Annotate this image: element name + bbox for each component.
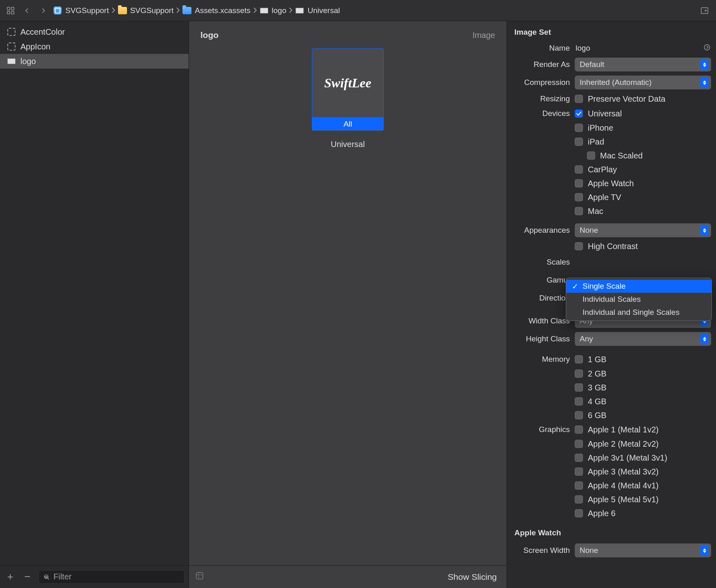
name-input[interactable] — [575, 42, 700, 55]
breadcrumb-label: Assets.xcassets — [195, 6, 250, 15]
list-item-label: logo — [20, 57, 36, 66]
graphics-option: Apple 3v1 (Metal 3v1) — [507, 451, 716, 465]
breadcrumb-item[interactable]: SVGSupport — [118, 6, 174, 15]
color-placeholder-icon — [7, 28, 16, 36]
stepper-icon — [700, 59, 709, 70]
field-label: Scales — [507, 258, 575, 267]
memory-option: 2 GB — [507, 367, 716, 381]
related-items-button[interactable] — [4, 4, 17, 17]
checkbox-label: Preserve Vector Data — [588, 94, 665, 104]
preserve-vector-checkbox[interactable] — [575, 95, 583, 103]
checkbox-label: 3 GB — [588, 383, 607, 392]
svg-rect-3 — [11, 11, 14, 13]
add-asset-button[interactable]: + — [4, 571, 16, 583]
menu-item-label: Individual Scales — [583, 295, 641, 304]
asset-well[interactable]: SwiftLee — [312, 48, 384, 118]
screen-width-popup[interactable]: None — [575, 543, 711, 557]
memory-checkbox[interactable] — [575, 370, 583, 378]
checkbox-label: High Contrast — [588, 242, 638, 251]
appearances-popup[interactable]: None — [575, 223, 711, 237]
device-option: iPad — [507, 135, 716, 149]
breadcrumb-item[interactable]: Universal — [295, 6, 340, 15]
editor-footer: Show Slicing — [189, 565, 507, 588]
top-toolbar: SVGSupport SVGSupport Assets.xcassets lo… — [0, 0, 716, 21]
checkbox-label: CarPlay — [588, 165, 617, 174]
graphics-checkbox[interactable] — [575, 481, 583, 490]
page-title: logo — [200, 30, 218, 40]
checkbox-label: iPad — [588, 137, 604, 147]
high-contrast-checkbox[interactable] — [575, 242, 583, 250]
graphics-option: Apple 4 (Metal 4v1) — [507, 479, 716, 492]
memory-checkbox[interactable] — [575, 383, 583, 392]
breadcrumb-item[interactable]: Assets.xcassets — [182, 6, 250, 15]
list-item[interactable]: AppIcon — [0, 39, 189, 54]
breadcrumb-item[interactable]: SVGSupport — [53, 6, 109, 15]
device-checkbox-applewatch[interactable] — [575, 179, 583, 187]
popup-value: None — [580, 546, 598, 555]
svg-rect-0 — [7, 7, 10, 9]
list-item[interactable]: AccentColor — [0, 24, 189, 39]
scales-popup-menu[interactable]: Single Scale Individual Scales Individua… — [566, 278, 712, 321]
memory-checkbox[interactable] — [575, 355, 583, 363]
field-label: Resizing — [507, 94, 575, 103]
graphics-checkbox[interactable] — [575, 440, 583, 448]
memory-checkbox[interactable] — [575, 411, 583, 419]
svg-rect-2 — [7, 11, 10, 13]
show-slicing-button[interactable]: Show Slicing — [448, 572, 497, 582]
nav-forward-button[interactable] — [37, 4, 50, 17]
slicing-tool-button[interactable] — [195, 571, 205, 583]
filter-input[interactable]: Filter — [38, 570, 185, 584]
memory-option: 3 GB — [507, 381, 716, 394]
checkbox-label: 4 GB — [588, 397, 607, 406]
chevron-right-icon — [289, 6, 293, 15]
field-label: Memory — [507, 355, 575, 364]
graphics-checkbox[interactable] — [575, 495, 583, 503]
menu-item-individual-scales[interactable]: Individual Scales — [566, 293, 712, 306]
menu-item-individual-and-single[interactable]: Individual and Single Scales — [566, 306, 712, 319]
device-checkbox-mac-scaled[interactable] — [587, 151, 595, 160]
device-checkbox-mac[interactable] — [575, 207, 583, 215]
menu-item-label: Single Scale — [583, 282, 626, 291]
device-checkbox-iphone[interactable] — [575, 124, 583, 132]
breadcrumb: SVGSupport SVGSupport Assets.xcassets lo… — [53, 6, 695, 15]
compression-row: Compression Inherited (Automatic) — [507, 74, 716, 91]
add-editor-button[interactable] — [698, 4, 711, 17]
folder-icon — [182, 6, 191, 15]
render-as-row: Render As Default — [507, 56, 716, 74]
device-option: Apple Watch — [507, 176, 716, 190]
graphics-checkbox[interactable] — [575, 509, 583, 517]
device-checkbox-universal[interactable] — [575, 109, 583, 118]
breadcrumb-label: SVGSupport — [65, 6, 109, 15]
device-checkbox-ipad[interactable] — [575, 138, 583, 146]
chevron-right-icon — [176, 6, 180, 15]
checkbox-label: Apple 4 (Metal 4v1) — [588, 481, 658, 490]
checkbox-label: Apple 3v1 (Metal 3v1) — [588, 453, 667, 463]
compression-popup[interactable]: Inherited (Automatic) — [575, 76, 711, 89]
remove-asset-button[interactable]: − — [21, 571, 33, 583]
svg-rect-11 — [196, 572, 203, 579]
nav-back-button[interactable] — [20, 4, 33, 17]
sidebar-footer: + − Filter — [0, 565, 189, 588]
arrow-circle-icon[interactable] — [703, 43, 711, 53]
menu-item-single-scale[interactable]: Single Scale — [566, 280, 712, 293]
checkbox-label: Apple 3 (Metal 3v2) — [588, 467, 658, 477]
graphics-option: Apple 6 — [507, 506, 716, 520]
breadcrumb-item[interactable]: logo — [260, 6, 287, 15]
asset-slot[interactable]: SwiftLee All Universal — [312, 48, 384, 565]
height-class-popup[interactable]: Any — [575, 332, 711, 346]
render-as-popup[interactable]: Default — [575, 58, 711, 71]
memory-checkbox[interactable] — [575, 397, 583, 405]
popup-value: Default — [580, 60, 604, 69]
device-checkbox-carplay[interactable] — [575, 165, 583, 174]
stepper-icon — [700, 545, 709, 556]
device-checkbox-appletv[interactable] — [575, 193, 583, 201]
graphics-checkbox[interactable] — [575, 425, 583, 434]
device-option: iPhone — [507, 121, 716, 135]
appicon-placeholder-icon — [7, 42, 16, 51]
appearances-row: Appearances None — [507, 221, 716, 239]
graphics-checkbox[interactable] — [575, 454, 583, 462]
field-label: Width Class — [507, 316, 575, 325]
checkbox-label: Universal — [588, 109, 622, 118]
graphics-checkbox[interactable] — [575, 468, 583, 476]
list-item[interactable]: logo — [0, 54, 189, 69]
